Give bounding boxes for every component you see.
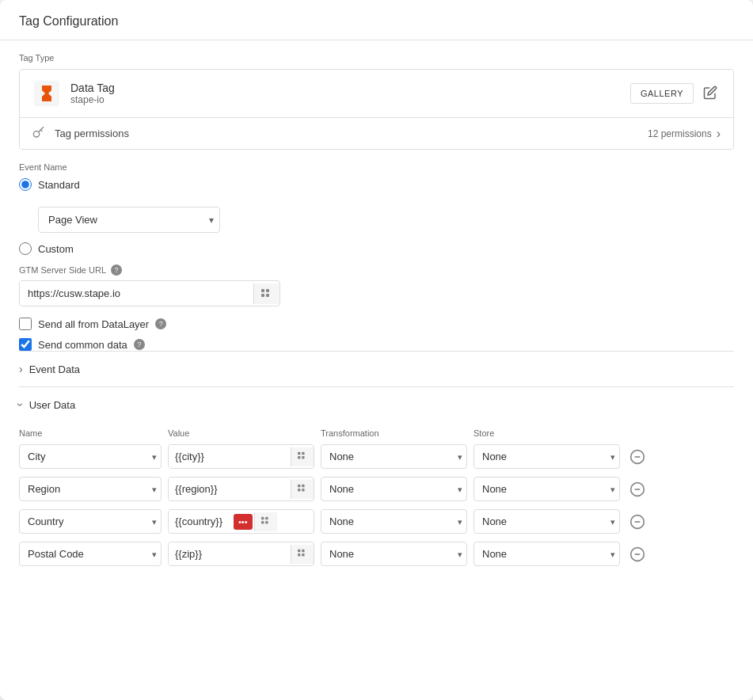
gtm-url-var-button[interactable] [253, 283, 280, 304]
value-input-country[interactable] [169, 510, 232, 533]
svg-rect-26 [298, 554, 300, 556]
store-cell-postal: None Cookie LocalStorage ▾ [473, 542, 620, 566]
table-row: City Region Country Postal Code ▾ [19, 444, 734, 469]
name-select-region[interactable]: City Region Country Postal Code [19, 477, 162, 501]
svg-rect-25 [302, 549, 304, 551]
transformation-select-region[interactable]: None Hash Lowercase [321, 477, 467, 501]
transformation-select-postal[interactable]: None Hash Lowercase [321, 542, 467, 566]
event-data-title: Event Data [29, 363, 80, 375]
action-cell-postal [626, 543, 658, 565]
action-cell-city [626, 446, 658, 468]
store-cell-city: None Cookie LocalStorage ▾ [473, 444, 620, 469]
user-data-table: Name Value Transformation Store City Reg… [19, 428, 734, 566]
col-header-actions [626, 428, 658, 438]
user-data-title: User Data [29, 399, 76, 411]
store-select-postal[interactable]: None Cookie LocalStorage [473, 542, 620, 566]
svg-rect-5 [266, 294, 269, 297]
transformation-select-country[interactable]: None Hash Lowercase [321, 509, 467, 534]
tag-type-box: Data Tag stape-io GALLERY [19, 69, 734, 150]
table-row: City Region Country Postal Code ▾ ••• [19, 509, 734, 534]
send-all-label[interactable]: Send all from DataLayer [38, 318, 149, 330]
send-common-label[interactable]: Send common data [38, 339, 127, 351]
transformation-select-city[interactable]: None Hash Lowercase [321, 444, 467, 469]
value-input-region[interactable] [169, 477, 291, 500]
value-var-btn-postal[interactable] [291, 545, 314, 564]
svg-rect-27 [302, 554, 304, 556]
value-cell-region [168, 477, 314, 501]
table-row: City Region Country Postal Code ▾ [19, 477, 734, 501]
name-select-postal[interactable]: City Region Country Postal Code [19, 542, 162, 566]
store-select-city[interactable]: None Cookie LocalStorage [473, 444, 620, 469]
remove-row-city-button[interactable] [626, 446, 648, 468]
remove-row-postal-button[interactable] [626, 543, 648, 565]
name-select-country[interactable]: City Region Country Postal Code [19, 509, 162, 534]
gtm-url-section: GTM Server Side URL ? [19, 264, 734, 306]
send-common-help-icon[interactable]: ? [134, 339, 145, 350]
radio-custom-input[interactable] [19, 242, 32, 255]
value-dots-btn-country[interactable]: ••• [234, 514, 253, 530]
tag-edit-button[interactable] [700, 82, 721, 105]
transformation-cell-city: None Hash Lowercase ▾ [321, 444, 467, 469]
tag-subtitle: stape-io [70, 94, 630, 105]
col-header-name: Name [19, 428, 162, 438]
store-cell-country: None Cookie LocalStorage ▾ [473, 509, 620, 534]
page-view-dropdown[interactable]: Page View Click Form Submit Scroll [38, 207, 220, 233]
tag-type-label: Tag Type [19, 53, 734, 63]
permissions-chevron-icon: › [717, 127, 721, 141]
send-all-help-icon[interactable]: ? [155, 318, 166, 329]
value-cell-postal [168, 542, 314, 566]
user-data-section: › User Data Name Value Transformation St… [0, 386, 753, 566]
svg-rect-4 [261, 294, 264, 297]
gallery-button[interactable]: GALLERY [630, 83, 694, 104]
col-header-store: Store [473, 428, 620, 438]
page-view-dropdown-wrapper: Page View Click Form Submit Scroll ▾ [38, 207, 220, 233]
svg-rect-19 [265, 516, 268, 519]
event-data-chevron-icon: › [19, 363, 23, 375]
tag-info: Data Tag stape-io [70, 82, 630, 105]
permissions-count: 12 permissions [648, 128, 712, 139]
svg-rect-24 [298, 549, 300, 551]
user-data-chevron-icon: › [14, 403, 27, 407]
key-icon [32, 126, 45, 141]
value-var-btn-country[interactable] [254, 512, 277, 531]
remove-row-country-button[interactable] [626, 511, 648, 533]
value-input-city[interactable] [169, 445, 291, 468]
gtm-url-input[interactable] [20, 281, 253, 306]
store-select-region[interactable]: None Cookie LocalStorage [473, 477, 620, 501]
svg-rect-12 [298, 484, 300, 486]
radio-standard-input[interactable] [19, 178, 32, 191]
gtm-url-label-text: GTM Server Side URL [19, 265, 106, 275]
transformation-cell-postal: None Hash Lowercase ▾ [321, 542, 467, 566]
store-cell-region: None Cookie LocalStorage ▾ [473, 477, 620, 501]
name-cell-country: City Region Country Postal Code ▾ [19, 509, 162, 534]
send-all-checkbox[interactable] [19, 318, 32, 330]
name-select-city[interactable]: City Region Country Postal Code [19, 444, 162, 469]
value-var-btn-region[interactable] [291, 480, 314, 499]
svg-rect-21 [265, 521, 268, 523]
name-cell-region: City Region Country Postal Code ▾ [19, 477, 162, 501]
radio-standard: Standard [19, 178, 734, 191]
radio-standard-label[interactable]: Standard [38, 179, 80, 191]
radio-custom-label[interactable]: Custom [38, 243, 74, 255]
gtm-url-input-row [19, 280, 280, 306]
svg-rect-15 [302, 489, 304, 491]
value-input-postal[interactable] [169, 542, 291, 565]
transformation-cell-region: None Hash Lowercase ▾ [321, 477, 467, 501]
svg-rect-7 [302, 451, 304, 454]
permissions-row[interactable]: Tag permissions 12 permissions › [20, 117, 733, 149]
gtm-url-help-icon[interactable]: ? [111, 264, 122, 276]
col-header-value: Value [168, 428, 314, 438]
value-cell-country: ••• [168, 509, 314, 534]
event-name-label: Event Name [19, 162, 734, 172]
event-data-accordion-header[interactable]: › Event Data [19, 351, 734, 386]
send-common-checkbox[interactable] [19, 338, 32, 351]
svg-rect-2 [261, 289, 264, 292]
svg-rect-8 [298, 456, 300, 458]
value-var-btn-city[interactable] [291, 447, 314, 466]
user-data-accordion-header[interactable]: › User Data [19, 386, 734, 422]
table-row: City Region Country Postal Code ▾ [19, 542, 734, 566]
store-select-country[interactable]: None Cookie LocalStorage [473, 509, 620, 534]
remove-row-region-button[interactable] [626, 478, 648, 500]
event-data-section: › Event Data [0, 351, 753, 386]
svg-rect-3 [266, 289, 269, 292]
